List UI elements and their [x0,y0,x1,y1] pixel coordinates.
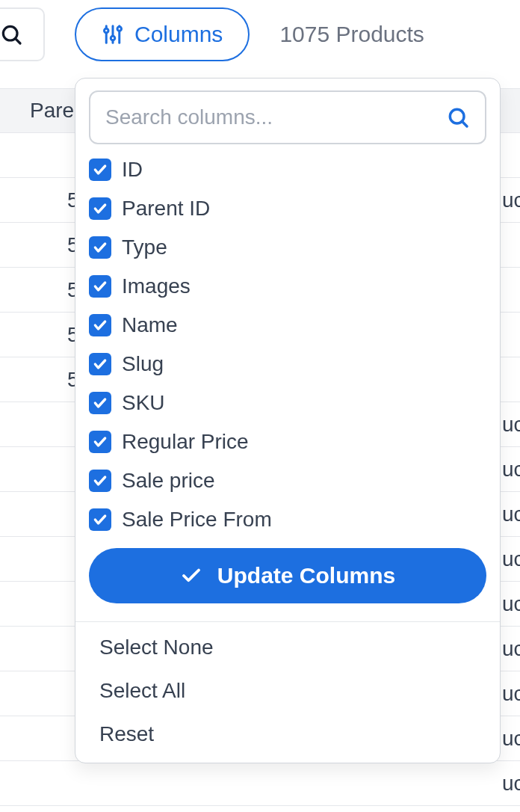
columns-dropdown: IDParent IDTypeImagesNameSlugSKURegular … [75,78,501,763]
check-icon [180,565,202,587]
column-check-item[interactable]: Sale Price From [89,508,486,532]
reset-action[interactable]: Reset [99,722,476,746]
check-icon [93,162,108,177]
table-cell-right: uc [502,502,520,526]
product-count: 1075 Products [279,22,424,47]
table-cell-right: uc [502,188,520,212]
toolbar: Columns 1075 Products [0,0,520,69]
column-checklist: IDParent IDTypeImagesNameSlugSKURegular … [75,152,500,532]
check-icon [93,240,108,255]
checkbox[interactable] [89,431,111,453]
action-list: Select None Select All Reset [75,622,500,760]
table-cell-right: uc [502,458,520,482]
search-columns-input[interactable] [105,105,446,129]
column-check-label: Images [122,274,191,298]
search-button[interactable] [0,7,45,61]
svg-point-7 [117,27,122,31]
column-check-label: Parent ID [122,197,210,221]
update-columns-button[interactable]: Update Columns [89,548,486,603]
checkbox[interactable] [89,159,111,181]
check-icon [93,357,108,372]
column-check-item[interactable]: SKU [89,391,486,415]
table-cell-right: uc [502,772,520,796]
check-icon [93,473,108,488]
column-check-label: Regular Price [122,430,249,454]
sliders-icon [102,23,124,46]
svg-line-1 [16,39,20,43]
search-columns-wrapper [89,90,486,144]
checkbox[interactable] [89,275,111,298]
check-icon [93,318,108,333]
select-none-action[interactable]: Select None [99,636,476,659]
columns-button[interactable]: Columns [75,7,250,61]
svg-line-9 [462,122,467,126]
column-check-item[interactable]: Regular Price [89,430,486,454]
table-row: uc [0,761,520,806]
check-icon [93,201,108,216]
column-check-item[interactable]: ID [89,158,486,182]
checkbox[interactable] [89,470,111,492]
select-all-action[interactable]: Select All [99,679,476,703]
column-check-label: Type [122,236,167,259]
column-check-label: SKU [122,391,165,415]
table-cell-right: uc [502,682,520,706]
table-header-label: Pare [30,99,74,123]
search-icon [0,22,23,46]
check-icon [93,396,108,410]
update-columns-label: Update Columns [217,563,395,588]
checkbox[interactable] [89,353,111,375]
column-check-item[interactable]: Sale price [89,469,486,493]
search-icon [446,105,470,129]
column-check-label: ID [122,158,143,182]
checkbox[interactable] [89,314,111,336]
check-icon [93,434,108,449]
column-check-item[interactable]: Images [89,274,486,298]
table-cell-right: uc [502,413,520,437]
svg-point-5 [111,36,115,40]
column-check-item[interactable]: Parent ID [89,197,486,221]
table-cell-right: uc [502,547,520,571]
table-cell-right: uc [502,637,520,661]
svg-point-3 [105,28,109,33]
checkbox[interactable] [89,508,111,531]
check-icon [93,279,108,294]
table-cell-right: uc [502,727,520,751]
checkbox[interactable] [89,236,111,259]
checkbox[interactable] [89,197,111,220]
column-check-item[interactable]: Slug [89,352,486,376]
columns-button-label: Columns [134,22,223,47]
column-check-label: Sale Price From [122,508,272,532]
column-check-item[interactable]: Type [89,236,486,259]
column-check-item[interactable]: Name [89,313,486,337]
check-icon [93,512,108,527]
column-check-label: Sale price [122,469,215,493]
table-cell-right: uc [502,592,520,616]
checkbox[interactable] [89,392,111,414]
column-check-label: Slug [122,352,164,376]
column-check-label: Name [122,313,178,337]
